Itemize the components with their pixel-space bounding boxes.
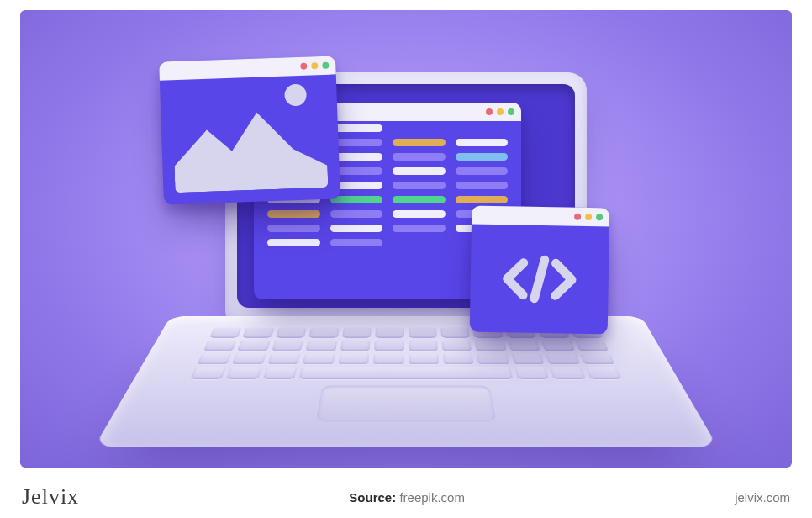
image-card: Jelvix Source: freepik.com jelvix.com <box>0 0 812 518</box>
code-token <box>330 225 383 232</box>
laptop-keyboard <box>190 328 622 379</box>
code-token <box>393 167 446 175</box>
code-token <box>393 210 446 218</box>
code-token <box>267 210 320 218</box>
code-token <box>267 225 320 232</box>
source-label: Source: <box>349 490 396 505</box>
traffic-light-minimize-icon <box>311 62 318 69</box>
traffic-light-minimize-icon <box>585 214 592 220</box>
code-token <box>456 167 509 175</box>
code-token <box>267 239 320 246</box>
laptop-trackpad <box>316 386 497 422</box>
site-link: jelvix.com <box>735 490 790 505</box>
traffic-light-close-icon <box>486 108 493 115</box>
code-token <box>393 153 446 161</box>
code-token <box>330 196 383 204</box>
source-value: freepik.com <box>399 490 465 505</box>
code-token <box>393 225 446 232</box>
traffic-light-close-icon <box>300 63 307 70</box>
illustration-stage <box>20 10 792 468</box>
code-token <box>393 139 446 146</box>
source-credit: Source: freepik.com <box>349 490 465 505</box>
image-preview-window <box>159 56 340 204</box>
code-token <box>456 196 509 204</box>
code-token <box>456 139 509 146</box>
mountains-icon <box>172 99 329 193</box>
traffic-light-minimize-icon <box>497 108 504 115</box>
code-token <box>456 153 509 161</box>
sun-icon <box>284 84 307 107</box>
image-placeholder <box>171 75 329 193</box>
code-glyph-icon <box>470 225 609 335</box>
code-token <box>456 182 509 189</box>
traffic-light-zoom-icon <box>508 108 514 115</box>
code-token <box>393 182 446 189</box>
code-token <box>330 239 383 246</box>
traffic-light-zoom-icon <box>596 214 603 220</box>
window-titlebar <box>472 206 609 227</box>
traffic-light-zoom-icon <box>322 62 329 69</box>
caption-bar: Jelvix Source: freepik.com jelvix.com <box>0 476 812 518</box>
traffic-light-close-icon <box>574 214 581 220</box>
brand-logo: Jelvix <box>22 484 79 510</box>
code-tag-window <box>470 206 610 335</box>
laptop-base <box>94 316 718 447</box>
code-token <box>330 210 383 218</box>
code-token <box>393 196 446 204</box>
